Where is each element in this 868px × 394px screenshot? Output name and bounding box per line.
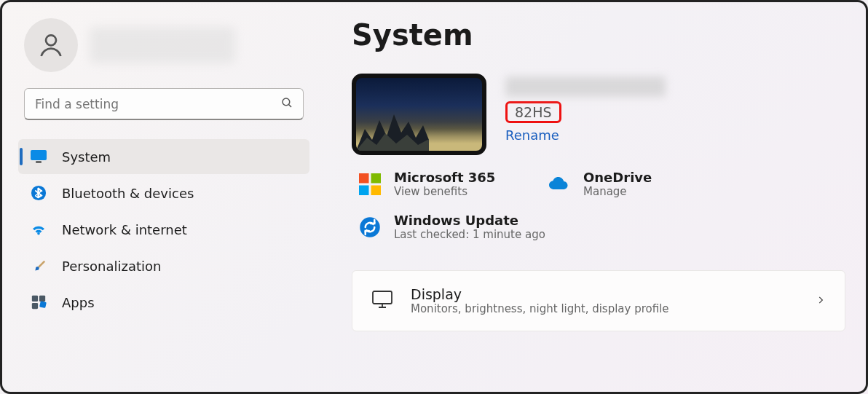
svg-rect-14 bbox=[359, 185, 369, 195]
quick-windows-update[interactable]: Windows Update Last checked: 1 minute ag… bbox=[358, 213, 714, 241]
svg-rect-13 bbox=[371, 173, 382, 184]
wifi-icon bbox=[30, 221, 47, 238]
paintbrush-icon bbox=[30, 257, 47, 275]
svg-rect-4 bbox=[36, 161, 42, 163]
chevron-right-icon bbox=[816, 294, 826, 308]
main-content: System 82HS Rename Mic bbox=[323, 2, 866, 392]
quick-links: Microsoft 365 View benefits OneDrive Man… bbox=[358, 170, 845, 241]
bluetooth-icon bbox=[30, 184, 47, 202]
svg-point-16 bbox=[360, 217, 380, 237]
update-sub: Last checked: 1 minute ago bbox=[394, 228, 545, 241]
microsoft-logo-icon bbox=[358, 172, 382, 197]
device-section: 82HS Rename bbox=[352, 74, 845, 155]
system-icon bbox=[30, 148, 47, 165]
device-name-blurred bbox=[505, 76, 666, 97]
apps-icon bbox=[30, 293, 47, 311]
search-box[interactable] bbox=[24, 88, 304, 120]
quick-onedrive[interactable]: OneDrive Manage bbox=[547, 170, 714, 198]
profile-section[interactable] bbox=[18, 18, 309, 72]
nav-bluetooth-label: Bluetooth & devices bbox=[62, 186, 194, 201]
svg-rect-9 bbox=[39, 301, 47, 308]
onedrive-cloud-icon bbox=[547, 172, 572, 197]
m365-title: Microsoft 365 bbox=[394, 170, 495, 185]
nav-system-label: System bbox=[62, 149, 111, 165]
profile-name-blurred bbox=[90, 27, 235, 63]
onedrive-sub: Manage bbox=[583, 185, 652, 198]
rename-link[interactable]: Rename bbox=[505, 127, 666, 143]
svg-rect-6 bbox=[32, 296, 38, 302]
device-wallpaper-thumbnail[interactable] bbox=[352, 74, 486, 155]
nav-personalization[interactable]: Personalization bbox=[18, 248, 309, 283]
page-title: System bbox=[352, 18, 845, 52]
svg-rect-15 bbox=[371, 185, 382, 195]
sidebar: System Bluetooth & devices bbox=[2, 2, 323, 392]
nav-bluetooth[interactable]: Bluetooth & devices bbox=[18, 176, 309, 210]
svg-rect-2 bbox=[31, 150, 47, 160]
display-settings-card[interactable]: Display Monitors, brightness, night ligh… bbox=[352, 270, 845, 331]
svg-rect-17 bbox=[373, 291, 392, 304]
svg-rect-12 bbox=[359, 173, 369, 184]
nav-apps[interactable]: Apps bbox=[18, 285, 309, 320]
quick-microsoft365[interactable]: Microsoft 365 View benefits bbox=[358, 170, 525, 198]
nav-personalization-label: Personalization bbox=[62, 259, 161, 274]
search-input[interactable] bbox=[24, 88, 304, 120]
svg-point-0 bbox=[46, 35, 56, 45]
display-card-title: Display bbox=[411, 286, 669, 302]
nav-system[interactable]: System bbox=[18, 139, 309, 174]
nav-network-label: Network & internet bbox=[62, 222, 187, 237]
device-model-highlighted: 82HS bbox=[505, 101, 561, 123]
wallpaper-mountains-icon bbox=[356, 107, 429, 151]
nav-apps-label: Apps bbox=[62, 295, 95, 310]
m365-sub: View benefits bbox=[394, 185, 495, 198]
person-icon bbox=[36, 31, 66, 60]
svg-rect-8 bbox=[32, 303, 38, 309]
update-sync-icon bbox=[358, 215, 382, 240]
svg-rect-7 bbox=[39, 296, 45, 302]
device-info: 82HS Rename bbox=[505, 74, 666, 143]
monitor-icon bbox=[371, 290, 393, 312]
nav-list: System Bluetooth & devices bbox=[18, 139, 309, 320]
nav-network[interactable]: Network & internet bbox=[18, 212, 309, 247]
display-card-sub: Monitors, brightness, night light, displ… bbox=[411, 302, 669, 315]
update-title: Windows Update bbox=[394, 213, 545, 228]
onedrive-title: OneDrive bbox=[583, 170, 652, 185]
avatar bbox=[24, 18, 78, 72]
